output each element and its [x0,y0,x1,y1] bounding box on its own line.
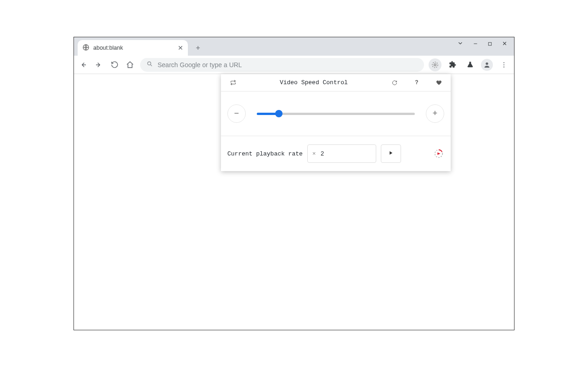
minimize-icon[interactable] [473,40,478,48]
svg-point-4 [434,63,436,66]
extension-video-speed-icon[interactable] [429,58,441,71]
playback-rate-label: Current playback rate [227,150,303,157]
minus-icon: − [234,109,239,118]
maximize-icon[interactable] [487,40,492,48]
globe-icon [82,44,90,52]
svg-rect-1 [488,42,491,45]
playback-rate-section: Current playback rate × 2 [221,136,451,171]
menu-dots-icon[interactable] [498,58,510,71]
close-tab-icon[interactable]: ✕ [178,45,183,51]
extension-popup: Video Speed Control ? − [221,74,451,171]
svg-point-7 [503,64,504,65]
extension-flask-icon[interactable] [464,58,476,71]
tab-strip: about:blank ✕ [74,37,514,56]
reload-button[interactable] [109,59,120,70]
back-button[interactable] [78,59,89,70]
speedometer-logo-icon [433,148,444,159]
close-window-icon[interactable] [502,40,508,48]
speed-slider-section: − + [221,92,451,136]
apply-rate-button[interactable] [381,144,401,163]
profile-avatar-icon[interactable] [481,59,493,71]
home-button[interactable] [124,59,136,70]
plus-icon: + [433,109,438,118]
search-icon [147,61,153,69]
tab-title: about:blank [93,45,123,51]
browser-window: about:blank ✕ [74,37,514,330]
svg-point-5 [486,62,488,64]
svg-point-8 [503,66,504,67]
play-icon [388,150,393,157]
omnibox[interactable]: Search Google or type a URL [140,58,424,72]
toolbar: Search Google or type a URL [74,56,514,74]
playback-rate-input[interactable]: × 2 [307,144,376,163]
times-icon: × [312,150,316,157]
help-icon[interactable]: ? [412,80,421,86]
increase-speed-button[interactable]: + [426,104,444,123]
popup-header: Video Speed Control ? [221,74,451,92]
playback-rate-value: 2 [321,150,324,157]
slider-thumb[interactable] [275,110,283,117]
window-controls [453,37,511,51]
page-content: Video Speed Control ? − [74,74,514,330]
extensions-puzzle-icon[interactable] [446,58,459,71]
tab-about-blank[interactable]: about:blank ✕ [78,40,188,56]
heart-icon[interactable] [434,80,443,86]
forward-button[interactable] [93,59,104,70]
refresh-icon[interactable] [390,80,399,86]
loop-icon[interactable] [228,80,237,86]
decrease-speed-button[interactable]: − [227,104,246,123]
svg-point-6 [503,62,504,63]
omnibox-placeholder: Search Google or type a URL [158,61,242,69]
svg-point-3 [432,62,438,68]
speed-slider[interactable] [257,111,415,116]
chevron-down-icon[interactable] [457,40,464,48]
new-tab-button[interactable] [192,41,204,54]
popup-title: Video Speed Control [237,79,390,86]
svg-point-2 [147,62,151,65]
